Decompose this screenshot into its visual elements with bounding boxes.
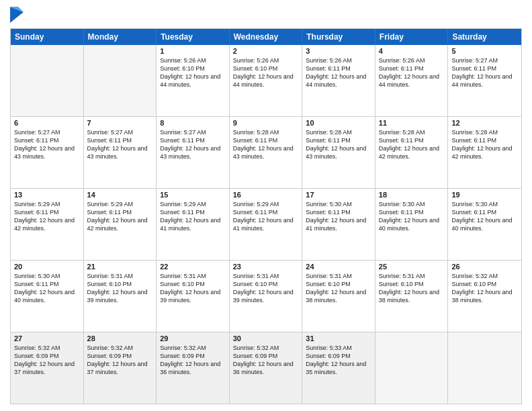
day-number: 12 bbox=[451, 119, 518, 127]
calendar-body: 1Sunrise: 5:26 AM Sunset: 6:10 PM Daylig… bbox=[11, 45, 521, 404]
calendar-cell: 3Sunrise: 5:26 AM Sunset: 6:11 PM Daylig… bbox=[302, 45, 375, 116]
calendar-row: 1Sunrise: 5:26 AM Sunset: 6:10 PM Daylig… bbox=[11, 45, 521, 117]
calendar-cell: 22Sunrise: 5:31 AM Sunset: 6:10 PM Dayli… bbox=[157, 261, 230, 332]
calendar-cell: 23Sunrise: 5:31 AM Sunset: 6:10 PM Dayli… bbox=[230, 261, 303, 332]
cell-info: Sunrise: 5:27 AM Sunset: 6:11 PM Dayligh… bbox=[87, 128, 153, 161]
cell-info: Sunrise: 5:26 AM Sunset: 6:11 PM Dayligh… bbox=[306, 56, 371, 89]
header bbox=[10, 7, 522, 23]
day-number: 22 bbox=[160, 263, 226, 271]
day-number: 24 bbox=[306, 263, 371, 271]
calendar-header-cell: Wednesday bbox=[230, 29, 303, 45]
cell-info: Sunrise: 5:28 AM Sunset: 6:11 PM Dayligh… bbox=[306, 128, 371, 161]
cell-info: Sunrise: 5:30 AM Sunset: 6:11 PM Dayligh… bbox=[379, 200, 445, 233]
day-number: 28 bbox=[87, 334, 153, 342]
cell-info: Sunrise: 5:30 AM Sunset: 6:11 PM Dayligh… bbox=[306, 200, 371, 233]
day-number: 27 bbox=[14, 334, 80, 342]
calendar-cell bbox=[448, 332, 521, 404]
cell-info: Sunrise: 5:32 AM Sunset: 6:09 PM Dayligh… bbox=[233, 344, 299, 377]
calendar-header-cell: Friday bbox=[375, 29, 449, 45]
day-number: 11 bbox=[379, 119, 445, 127]
cell-info: Sunrise: 5:33 AM Sunset: 6:09 PM Dayligh… bbox=[306, 344, 371, 377]
calendar-cell: 27Sunrise: 5:32 AM Sunset: 6:09 PM Dayli… bbox=[11, 332, 84, 404]
calendar-header-cell: Saturday bbox=[448, 29, 521, 45]
day-number: 20 bbox=[14, 263, 80, 271]
calendar-cell bbox=[11, 45, 84, 116]
cell-info: Sunrise: 5:29 AM Sunset: 6:11 PM Dayligh… bbox=[233, 200, 299, 233]
calendar-cell: 31Sunrise: 5:33 AM Sunset: 6:09 PM Dayli… bbox=[302, 332, 375, 404]
calendar-cell: 16Sunrise: 5:29 AM Sunset: 6:11 PM Dayli… bbox=[230, 189, 303, 260]
day-number: 10 bbox=[306, 119, 371, 127]
calendar-cell: 1Sunrise: 5:26 AM Sunset: 6:10 PM Daylig… bbox=[157, 45, 230, 116]
cell-info: Sunrise: 5:32 AM Sunset: 6:09 PM Dayligh… bbox=[14, 344, 80, 377]
calendar-row: 13Sunrise: 5:29 AM Sunset: 6:11 PM Dayli… bbox=[11, 189, 521, 261]
cell-info: Sunrise: 5:27 AM Sunset: 6:11 PM Dayligh… bbox=[160, 128, 226, 161]
day-number: 13 bbox=[14, 191, 80, 199]
calendar-header-cell: Sunday bbox=[11, 29, 84, 45]
calendar-cell: 24Sunrise: 5:31 AM Sunset: 6:10 PM Dayli… bbox=[302, 261, 375, 332]
cell-info: Sunrise: 5:31 AM Sunset: 6:10 PM Dayligh… bbox=[379, 272, 445, 305]
day-number: 18 bbox=[379, 191, 445, 199]
calendar-header-cell: Tuesday bbox=[157, 29, 230, 45]
cell-info: Sunrise: 5:26 AM Sunset: 6:10 PM Dayligh… bbox=[160, 56, 226, 89]
calendar-header-cell: Monday bbox=[84, 29, 157, 45]
calendar-cell: 5Sunrise: 5:27 AM Sunset: 6:11 PM Daylig… bbox=[448, 45, 521, 116]
calendar-cell: 26Sunrise: 5:32 AM Sunset: 6:10 PM Dayli… bbox=[448, 261, 521, 332]
day-number: 17 bbox=[306, 191, 371, 199]
calendar-cell: 18Sunrise: 5:30 AM Sunset: 6:11 PM Dayli… bbox=[375, 189, 449, 260]
calendar-cell: 13Sunrise: 5:29 AM Sunset: 6:11 PM Dayli… bbox=[11, 189, 84, 260]
day-number: 3 bbox=[306, 47, 371, 55]
day-number: 6 bbox=[14, 119, 80, 127]
cell-info: Sunrise: 5:26 AM Sunset: 6:10 PM Dayligh… bbox=[233, 56, 299, 89]
calendar-cell: 21Sunrise: 5:31 AM Sunset: 6:10 PM Dayli… bbox=[84, 261, 157, 332]
day-number: 29 bbox=[160, 334, 226, 342]
calendar-cell: 4Sunrise: 5:26 AM Sunset: 6:11 PM Daylig… bbox=[375, 45, 449, 116]
calendar-cell: 10Sunrise: 5:28 AM Sunset: 6:11 PM Dayli… bbox=[302, 117, 375, 188]
day-number: 8 bbox=[160, 119, 226, 127]
cell-info: Sunrise: 5:27 AM Sunset: 6:11 PM Dayligh… bbox=[14, 128, 80, 161]
calendar-cell: 25Sunrise: 5:31 AM Sunset: 6:10 PM Dayli… bbox=[375, 261, 449, 332]
calendar-cell: 2Sunrise: 5:26 AM Sunset: 6:10 PM Daylig… bbox=[230, 45, 303, 116]
cell-info: Sunrise: 5:31 AM Sunset: 6:10 PM Dayligh… bbox=[233, 272, 299, 305]
day-number: 26 bbox=[451, 263, 518, 271]
calendar-row: 6Sunrise: 5:27 AM Sunset: 6:11 PM Daylig… bbox=[11, 117, 521, 189]
calendar-cell: 8Sunrise: 5:27 AM Sunset: 6:11 PM Daylig… bbox=[157, 117, 230, 188]
cell-info: Sunrise: 5:32 AM Sunset: 6:09 PM Dayligh… bbox=[87, 344, 153, 377]
day-number: 30 bbox=[233, 334, 299, 342]
cell-info: Sunrise: 5:26 AM Sunset: 6:11 PM Dayligh… bbox=[379, 56, 445, 89]
cell-info: Sunrise: 5:31 AM Sunset: 6:10 PM Dayligh… bbox=[160, 272, 226, 305]
calendar-cell: 15Sunrise: 5:29 AM Sunset: 6:11 PM Dayli… bbox=[157, 189, 230, 260]
calendar-row: 20Sunrise: 5:30 AM Sunset: 6:11 PM Dayli… bbox=[11, 261, 521, 332]
day-number: 23 bbox=[233, 263, 299, 271]
cell-info: Sunrise: 5:27 AM Sunset: 6:11 PM Dayligh… bbox=[451, 56, 518, 89]
calendar-cell: 19Sunrise: 5:30 AM Sunset: 6:11 PM Dayli… bbox=[448, 189, 521, 260]
cell-info: Sunrise: 5:28 AM Sunset: 6:11 PM Dayligh… bbox=[379, 128, 445, 161]
page: SundayMondayTuesdayWednesdayThursdayFrid… bbox=[0, 0, 532, 411]
calendar-cell bbox=[84, 45, 157, 116]
logo bbox=[10, 7, 26, 23]
calendar-cell: 9Sunrise: 5:28 AM Sunset: 6:11 PM Daylig… bbox=[230, 117, 303, 188]
day-number: 16 bbox=[233, 191, 299, 199]
cell-info: Sunrise: 5:29 AM Sunset: 6:11 PM Dayligh… bbox=[160, 200, 226, 233]
cell-info: Sunrise: 5:31 AM Sunset: 6:10 PM Dayligh… bbox=[306, 272, 371, 305]
cell-info: Sunrise: 5:30 AM Sunset: 6:11 PM Dayligh… bbox=[451, 200, 518, 233]
calendar-header: SundayMondayTuesdayWednesdayThursdayFrid… bbox=[11, 29, 521, 45]
cell-info: Sunrise: 5:29 AM Sunset: 6:11 PM Dayligh… bbox=[14, 200, 80, 233]
calendar-cell: 17Sunrise: 5:30 AM Sunset: 6:11 PM Dayli… bbox=[302, 189, 375, 260]
calendar-cell: 29Sunrise: 5:32 AM Sunset: 6:09 PM Dayli… bbox=[157, 332, 230, 404]
calendar-cell: 7Sunrise: 5:27 AM Sunset: 6:11 PM Daylig… bbox=[84, 117, 157, 188]
cell-info: Sunrise: 5:31 AM Sunset: 6:10 PM Dayligh… bbox=[87, 272, 153, 305]
calendar-cell bbox=[375, 332, 449, 404]
day-number: 14 bbox=[87, 191, 153, 199]
calendar: SundayMondayTuesdayWednesdayThursdayFrid… bbox=[10, 28, 522, 404]
calendar-cell: 28Sunrise: 5:32 AM Sunset: 6:09 PM Dayli… bbox=[84, 332, 157, 404]
day-number: 1 bbox=[160, 47, 226, 55]
day-number: 4 bbox=[379, 47, 445, 55]
cell-info: Sunrise: 5:32 AM Sunset: 6:09 PM Dayligh… bbox=[160, 344, 226, 377]
day-number: 21 bbox=[87, 263, 153, 271]
calendar-header-cell: Thursday bbox=[302, 29, 375, 45]
calendar-cell: 30Sunrise: 5:32 AM Sunset: 6:09 PM Dayli… bbox=[230, 332, 303, 404]
day-number: 19 bbox=[451, 191, 518, 199]
calendar-cell: 20Sunrise: 5:30 AM Sunset: 6:11 PM Dayli… bbox=[11, 261, 84, 332]
day-number: 31 bbox=[306, 334, 371, 342]
cell-info: Sunrise: 5:30 AM Sunset: 6:11 PM Dayligh… bbox=[14, 272, 80, 305]
